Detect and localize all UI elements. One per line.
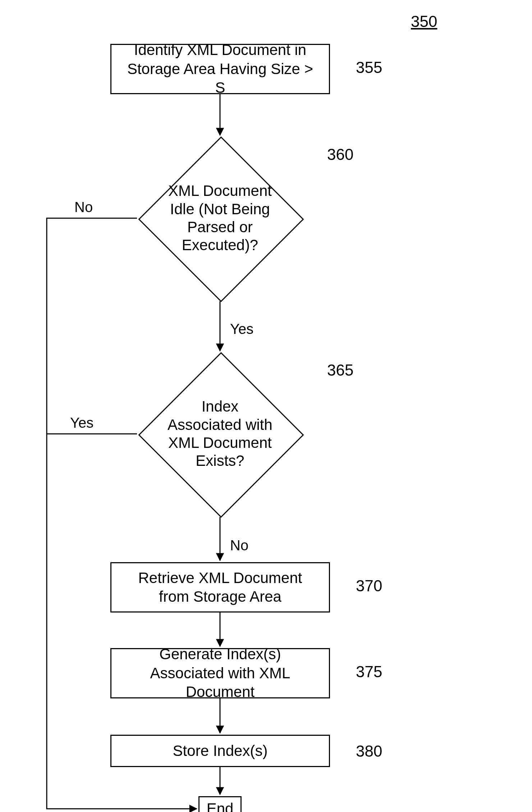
edge-label-360-yes: Yes — [230, 321, 253, 337]
decision-360: XML Document Idle (Not Being Parsed or E… — [139, 137, 301, 299]
step-375: Generate Index(s) Associated with XML Do… — [110, 648, 330, 698]
step-370: Retrieve XML Document from Storage Area — [110, 562, 330, 613]
step-380-num: 380 — [356, 742, 382, 760]
step-355: Identify XML Document in Storage Area Ha… — [110, 44, 330, 94]
step-355-num: 355 — [356, 59, 382, 77]
decision-360-text: XML Document Idle (Not Being Parsed or E… — [139, 137, 301, 299]
decision-365: Index Associated with XML Document Exist… — [139, 353, 301, 515]
decision-365-text: Index Associated with XML Document Exist… — [139, 353, 301, 515]
edge-label-360-no: No — [74, 199, 93, 215]
edge-label-365-no: No — [230, 537, 248, 554]
flowchart-canvas: 350 Identify XML Document in Storage Are… — [0, 0, 532, 812]
step-380: Store Index(s) — [110, 735, 330, 767]
step-360-num: 360 — [327, 146, 353, 164]
step-375-num: 375 — [356, 663, 382, 681]
figure-number: 350 — [411, 13, 437, 31]
step-370-num: 370 — [356, 577, 382, 595]
edge-label-365-yes: Yes — [70, 415, 93, 431]
terminator-end: End — [198, 796, 242, 812]
step-365-num: 365 — [327, 361, 353, 379]
